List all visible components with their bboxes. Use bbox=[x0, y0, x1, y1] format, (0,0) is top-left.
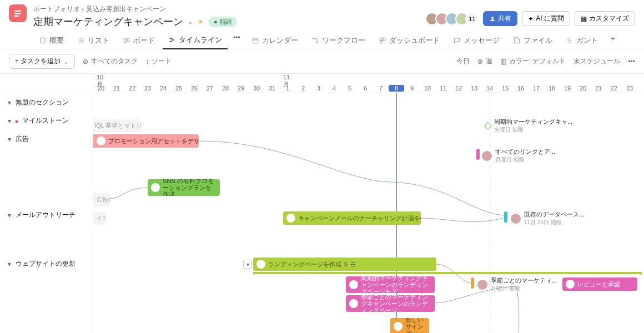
member-avatars[interactable]: 11 bbox=[429, 12, 479, 26]
tab-message[interactable]: メッセージ bbox=[447, 32, 505, 49]
task-marker[interactable] bbox=[476, 149, 480, 160]
day-label: 30 bbox=[249, 85, 264, 92]
tab-board[interactable]: ボード bbox=[117, 32, 160, 49]
day-label: 26 bbox=[187, 85, 202, 92]
day-label: 29 bbox=[233, 85, 249, 92]
day-label: 6 bbox=[358, 85, 373, 92]
sparkle-icon: ✦ bbox=[528, 15, 534, 23]
milestone-marker[interactable]: 周期的マーケティングキャ...火曜日 期限 bbox=[485, 118, 572, 134]
day-label: 3 bbox=[311, 85, 326, 92]
avatar bbox=[566, 280, 575, 289]
day-label: 2 bbox=[295, 85, 311, 92]
filter-all-tasks[interactable]: ⊘ すべてのタスク bbox=[83, 57, 138, 66]
expand-button[interactable]: ▾ bbox=[243, 260, 252, 269]
task-bar[interactable]: レビューと承認 bbox=[562, 278, 637, 291]
task-bar[interactable]: IQL 基準とマトリ... bbox=[93, 119, 140, 132]
day-label: 21 bbox=[591, 85, 606, 92]
status-badge[interactable]: ● 順調 bbox=[208, 17, 237, 27]
file-icon bbox=[513, 37, 521, 44]
ai-button[interactable]: ✦ AI に質問 bbox=[522, 11, 570, 26]
section-email[interactable]: ▾メールアウトリーチ bbox=[0, 206, 93, 224]
project-logo[interactable] bbox=[9, 4, 27, 22]
color-button[interactable]: ▥ カラー: デフォルト bbox=[500, 57, 566, 66]
day-label: 8 bbox=[389, 85, 404, 92]
timeline-canvas[interactable]: 10月 11月 20212223242526272829303112345678… bbox=[93, 74, 644, 333]
section-milestone[interactable]: ▾▸マイルストーン bbox=[0, 112, 93, 130]
avatar bbox=[394, 322, 402, 331]
section-ads[interactable]: ▾広告 bbox=[0, 130, 93, 148]
title-dropdown-icon[interactable]: ⌄ bbox=[188, 18, 193, 26]
task-bar[interactable]: イテ... bbox=[93, 211, 105, 225]
task-bar[interactable]: SNS の有料プロモーションプランを作成 bbox=[148, 179, 220, 196]
add-task-button[interactable]: + タスクを追加 ⌄ bbox=[9, 54, 75, 69]
svg-rect-17 bbox=[380, 38, 382, 40]
svg-point-15 bbox=[313, 38, 314, 39]
task-label[interactable]: すべてのリンクとア...月曜日 期限 bbox=[482, 148, 555, 164]
task-marker[interactable] bbox=[504, 211, 507, 223]
day-label: 16 bbox=[513, 85, 529, 92]
tab-dashboard[interactable]: ダッシュボード bbox=[373, 32, 445, 49]
svg-rect-2 bbox=[14, 16, 19, 17]
day-label: 11 bbox=[435, 85, 451, 92]
avatar bbox=[256, 260, 265, 269]
star-icon[interactable]: ★ bbox=[198, 18, 204, 26]
day-label: 24 bbox=[155, 85, 171, 92]
caret-down-icon: ▾ bbox=[7, 117, 12, 125]
day-label: 14 bbox=[482, 85, 497, 92]
add-tab-button[interactable]: + bbox=[606, 32, 621, 49]
avatar bbox=[97, 137, 105, 145]
day-label: 23 bbox=[622, 85, 637, 92]
customize-button[interactable]: ▦ カスタマイズ bbox=[575, 11, 635, 26]
tab-calendar[interactable]: カレンダー bbox=[246, 32, 304, 49]
day-label: 25 bbox=[171, 85, 187, 92]
avatar bbox=[286, 214, 295, 223]
day-label: 19 bbox=[560, 85, 575, 92]
tab-gantt[interactable]: ガント bbox=[560, 32, 603, 49]
unscheduled-button[interactable]: 未スケジュール bbox=[573, 57, 620, 66]
day-label: 17 bbox=[529, 85, 544, 92]
day-label: 9 bbox=[404, 85, 420, 92]
section-website[interactable]: ▾ウェブサイトの更新 bbox=[0, 255, 93, 273]
task-bar[interactable]: 周期的マーケティングキャンペーンのランディングページをデ... bbox=[346, 276, 435, 293]
day-label: 21 bbox=[109, 85, 124, 92]
svg-point-3 bbox=[491, 17, 494, 19]
svg-rect-4 bbox=[41, 38, 45, 43]
more-options-icon[interactable]: ••• bbox=[628, 58, 635, 65]
dashboard-icon bbox=[379, 37, 386, 44]
avatar bbox=[511, 214, 521, 224]
workflow-icon bbox=[311, 37, 319, 44]
task-marker[interactable] bbox=[471, 278, 474, 289]
tab-workflow[interactable]: ワークフロー bbox=[306, 32, 371, 49]
sort-button[interactable]: ↕ ソート bbox=[145, 57, 172, 66]
task-bar[interactable]: 季節ごとのマーケティングキャンペーンのランディングページ... bbox=[346, 295, 435, 312]
task-bar[interactable]: キャンペーンメールのナーチャリング計画を作成 bbox=[283, 211, 421, 225]
svg-point-16 bbox=[316, 42, 318, 43]
avatar bbox=[482, 151, 492, 161]
tab-file[interactable]: ファイル bbox=[507, 32, 558, 49]
section-untitled[interactable]: ▾無題のセクション bbox=[0, 93, 93, 112]
day-label: 10 bbox=[420, 85, 435, 92]
task-bar[interactable]: 新しいサインアッ... bbox=[390, 318, 429, 333]
day-label: 13 bbox=[466, 85, 482, 92]
avatar bbox=[349, 299, 358, 308]
breadcrumb[interactable]: ポートフォリオ › 見込み客創出キャンペーン bbox=[33, 4, 429, 14]
day-label: 22 bbox=[124, 85, 140, 92]
today-button[interactable]: 今日 bbox=[456, 57, 470, 66]
day-label: 15 bbox=[497, 85, 513, 92]
svg-rect-13 bbox=[253, 38, 258, 43]
task-bar[interactable]: プロモーション用アセットをデザイン bbox=[93, 134, 199, 148]
tab-overview[interactable]: 概要 bbox=[33, 32, 69, 49]
share-button[interactable]: 共有 bbox=[483, 11, 517, 26]
task-bar[interactable]: 広告の bbox=[93, 193, 110, 206]
task-label[interactable]: 季節ごとのマーケティ...月曜日 期限 bbox=[477, 276, 557, 292]
task-bar[interactable]: ランディングページを作成 5 ☲ bbox=[253, 258, 436, 271]
message-icon bbox=[453, 37, 461, 44]
day-label: 28 bbox=[218, 85, 233, 92]
zoom-week[interactable]: ⊕ 週 bbox=[477, 57, 492, 66]
tab-list[interactable]: リスト bbox=[72, 32, 115, 49]
task-label[interactable]: 既存のデータベース...11月 15日 期限 bbox=[511, 210, 584, 226]
svg-rect-9 bbox=[127, 38, 129, 41]
caret-down-icon: ▾ bbox=[7, 211, 12, 219]
tab-more-icon[interactable]: ••• bbox=[230, 32, 244, 49]
tab-timeline[interactable]: タイムライン bbox=[163, 32, 228, 49]
